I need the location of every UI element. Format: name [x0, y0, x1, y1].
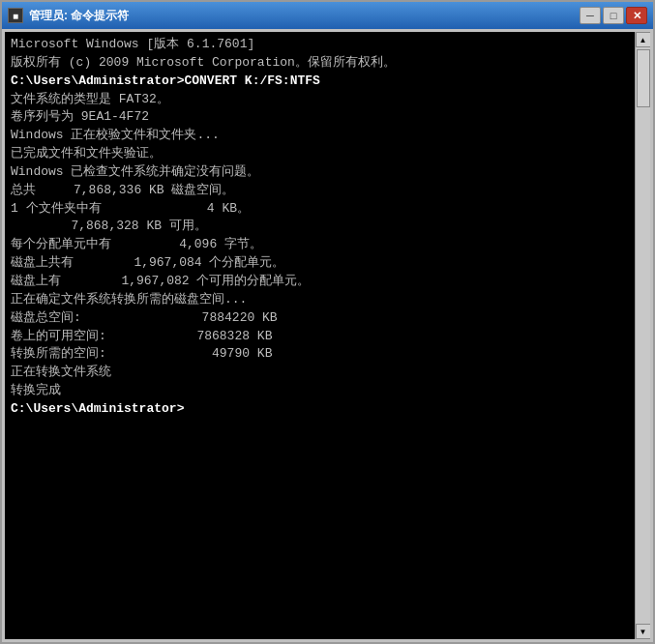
cmd-window: ■ 管理员: 命令提示符 ─ □ ✕ Microsoft Windows [版本…: [0, 0, 655, 644]
terminal-line: 转换所需的空间: 49790 KB: [11, 345, 629, 364]
terminal-line: 磁盘总空间: 7884220 KB: [11, 309, 629, 328]
scroll-thumb[interactable]: [637, 49, 650, 107]
terminal-area[interactable]: Microsoft Windows [版本 6.1.7601] 版权所有 (c)…: [5, 32, 650, 639]
terminal-line: 文件系统的类型是 FAT32。: [11, 91, 629, 109]
terminal-line: 7,868,328 KB 可用。: [11, 218, 629, 236]
terminal-line: C:\Users\Administrator>CONVERT K:/FS:NTF…: [11, 73, 629, 91]
terminal-line: 卷序列号为 9EA1-4F72: [11, 108, 629, 127]
terminal-line: 转换完成: [11, 382, 629, 400]
terminal-line: 正在转换文件系统: [11, 364, 629, 382]
terminal-line: C:\Users\Administrator>: [11, 400, 629, 419]
terminal-line: 版权所有 (c) 2009 Microsoft Corporation。保留所有…: [11, 54, 629, 73]
title-bar: ■ 管理员: 命令提示符 ─ □ ✕: [2, 2, 653, 29]
terminal-line: 每个分配单元中有 4,096 字节。: [11, 236, 629, 254]
terminal-line: Windows 已检查文件系统并确定没有问题。: [11, 163, 629, 182]
window-body: Microsoft Windows [版本 6.1.7601] 版权所有 (c)…: [2, 29, 653, 642]
scrollbar[interactable]: ▲ ▼: [635, 32, 650, 639]
terminal-line: 磁盘上共有 1,967,084 个分配单元。: [11, 254, 629, 273]
title-bar-buttons: ─ □ ✕: [580, 7, 647, 24]
scroll-down-button[interactable]: ▼: [636, 624, 651, 639]
terminal-line: Microsoft Windows [版本 6.1.7601]: [11, 36, 629, 54]
terminal-line: 正在确定文件系统转换所需的磁盘空间...: [11, 291, 629, 309]
close-button[interactable]: ✕: [626, 7, 647, 24]
terminal-line: 1 个文件夹中有 4 KB。: [11, 200, 629, 219]
maximize-button[interactable]: □: [603, 7, 624, 24]
window-title: 管理员: 命令提示符: [29, 8, 129, 24]
terminal-line: 磁盘上有 1,967,082 个可用的分配单元。: [11, 273, 629, 291]
scroll-up-button[interactable]: ▲: [636, 32, 651, 47]
title-bar-left: ■ 管理员: 命令提示符: [8, 8, 129, 24]
minimize-button[interactable]: ─: [580, 7, 601, 24]
terminal-line: Windows 正在校验文件和文件夹...: [11, 127, 629, 145]
window-icon: ■: [8, 8, 23, 23]
scroll-track[interactable]: [636, 47, 650, 624]
terminal-line: 卷上的可用空间: 7868328 KB: [11, 328, 629, 346]
terminal-content[interactable]: Microsoft Windows [版本 6.1.7601] 版权所有 (c)…: [5, 32, 635, 639]
terminal-line: 总共 7,868,336 KB 磁盘空间。: [11, 182, 629, 200]
terminal-line: 已完成文件和文件夹验证。: [11, 145, 629, 163]
